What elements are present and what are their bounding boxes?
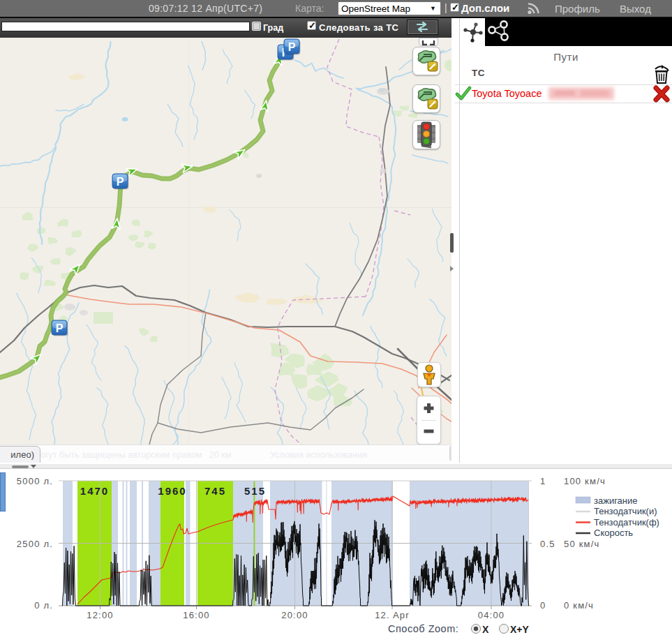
svg-text:04:00: 04:00 <box>478 610 505 620</box>
svg-text:X: X <box>482 624 489 635</box>
svg-text:16:00: 16:00 <box>183 610 210 620</box>
svg-text:50 км/ч: 50 км/ч <box>564 539 599 549</box>
svg-text:Скорость: Скорость <box>594 528 633 538</box>
svg-text:0: 0 <box>540 600 546 611</box>
svg-text:X+Y: X+Y <box>510 624 530 635</box>
svg-text:20:00: 20:00 <box>281 610 308 620</box>
svg-text:зажигание: зажигание <box>594 495 638 506</box>
svg-text:0 км/ч: 0 км/ч <box>564 600 594 611</box>
svg-text:1470: 1470 <box>80 485 109 497</box>
svg-text:0 л.: 0 л. <box>34 600 53 611</box>
svg-text:1960: 1960 <box>158 485 186 497</box>
svg-text:12. Apr: 12. Apr <box>375 610 410 620</box>
svg-text:1: 1 <box>540 476 546 486</box>
svg-text:12:00: 12:00 <box>87 610 114 620</box>
svg-text:2500 л.: 2500 л. <box>17 539 53 549</box>
svg-text:P: P <box>288 41 296 53</box>
svg-text:100 км/ч: 100 км/ч <box>564 476 606 486</box>
svg-text:P: P <box>56 322 64 334</box>
svg-text:Тензодатчик(ф): Тензодатчик(ф) <box>594 517 659 528</box>
svg-text:5000 л.: 5000 л. <box>17 476 53 486</box>
svg-text:Способ Zoom:: Способ Zoom: <box>388 623 458 634</box>
svg-text:515: 515 <box>244 485 266 497</box>
svg-text:Тензодатчик(и): Тензодатчик(и) <box>594 506 657 516</box>
svg-text:P: P <box>117 176 124 188</box>
svg-text:745: 745 <box>204 485 226 497</box>
svg-text:0.5: 0.5 <box>540 539 555 549</box>
